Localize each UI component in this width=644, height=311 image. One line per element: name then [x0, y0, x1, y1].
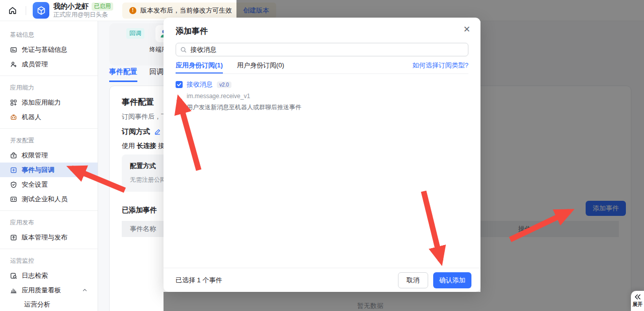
app-subtitle: 正式应用@明日头条 — [53, 11, 113, 19]
sidebar-item-label: 应用质量看板 — [22, 286, 61, 295]
robot-icon — [10, 114, 17, 121]
edit-pencil-icon[interactable] — [154, 128, 161, 135]
cube-icon — [36, 6, 46, 16]
sidebar: 基础信息凭证与基础信息成员管理应用能力添加应用能力机器人开发配置权限管理事件与回… — [0, 21, 98, 311]
sidebar-item-label: 成员管理 — [22, 60, 48, 69]
callback-tag: 回调 — [126, 28, 144, 39]
modal-mask-bottom — [164, 292, 480, 311]
app-status-badge: 已启用 — [92, 3, 113, 11]
subscribe-desc-bold: 长连接 — [137, 142, 158, 149]
sidebar-item-permission[interactable]: 权限管理 — [0, 148, 98, 163]
app-logo — [33, 2, 49, 19]
add-capability-icon — [10, 99, 17, 106]
event-name: 接收消息 — [187, 80, 213, 89]
sidebar-section: 应用能力添加应用能力机器人 — [0, 75, 98, 124]
sidebar-section-header: 基础信息 — [0, 28, 98, 42]
confirm-add-button[interactable]: 确认添加 — [433, 272, 471, 288]
banner-text: 版本发布后，当前修改方可生效 — [140, 6, 232, 15]
topbar-divider — [26, 6, 26, 15]
tab-user-subscription[interactable]: 用户身份订阅(0) — [237, 61, 284, 73]
check-icon — [177, 82, 182, 87]
modal-title: 添加事件 — [176, 26, 208, 37]
expand-panel-button[interactable]: 展开 — [631, 291, 644, 311]
sidebar-item-label: 添加应用能力 — [22, 98, 61, 107]
sidebar-section: 应用发布版本管理与发布 — [0, 210, 98, 245]
event-code: im.message.receive_v1 — [187, 93, 301, 100]
event-checkbox[interactable] — [176, 81, 183, 88]
sidebar-item-log-search[interactable]: 日志检索 — [0, 268, 98, 283]
sidebar-item-label: 机器人 — [22, 113, 41, 122]
sidebar-section: 基础信息凭证与基础信息成员管理 — [0, 27, 98, 71]
credential-icon — [10, 46, 17, 53]
event-search-input[interactable] — [190, 46, 464, 53]
tab-event-config[interactable]: 事件配置 — [109, 67, 137, 82]
event-version-badge: v2.0 — [217, 82, 231, 88]
event-list-item: 接收消息 v2.0 im.message.receive_v1 用户发送新消息至… — [176, 80, 301, 112]
sidebar-item-label: 安全设置 — [22, 180, 48, 189]
subscribe-mode-title: 订阅方式 — [122, 127, 161, 136]
sidebar-item-label: 事件与回调 — [22, 166, 54, 175]
event-description: 用户发送新消息至机器人或群聊后推送事件 — [187, 103, 301, 112]
tab-app-subscription[interactable]: 应用身份订阅(1) — [176, 61, 223, 73]
sidebar-section-header: 应用发布 — [0, 216, 98, 230]
home-button[interactable] — [6, 4, 19, 17]
security-icon — [10, 181, 17, 188]
sidebar-item-credential[interactable]: 凭证与基础信息 — [0, 42, 98, 57]
expand-label: 展开 — [632, 301, 642, 308]
added-events-title: 已添加事件 — [122, 206, 157, 215]
modal-tabs: 应用身份订阅(1) 用户身份订阅(0) 如何选择订阅类型? — [176, 61, 468, 74]
sidebar-section-header: 运营监控 — [0, 254, 98, 268]
modal-mask-right — [480, 21, 644, 311]
member-add-icon — [10, 61, 17, 68]
selected-count-text: 已选择 1 个事件 — [176, 276, 398, 285]
sidebar-item-label: 测试企业和人员 — [22, 195, 67, 204]
sidebar-item-label: 权限管理 — [22, 151, 48, 160]
alert-icon: ! — [129, 7, 136, 14]
double-chevron-left-icon — [634, 294, 641, 300]
sidebar-item-test-org[interactable]: 测试企业和人员 — [0, 192, 98, 206]
add-event-modal: 添加事件 ✕ 应用身份订阅(1) 用户身份订阅(0) 如何选择订阅类型? 接收消… — [164, 18, 480, 292]
sidebar-section: 运营监控日志检索应用质量看板运营分析用户反馈 — [0, 249, 98, 311]
event-search-box — [176, 43, 468, 56]
event-config-title: 事件配置 — [122, 97, 154, 108]
event-callback-icon — [10, 167, 17, 174]
sidebar-item-label: 凭证与基础信息 — [22, 45, 67, 54]
log-search-icon — [10, 272, 17, 279]
sidebar-item-label: 版本管理与发布 — [22, 233, 67, 242]
modal-footer: 已选择 1 个事件 取消 确认添加 — [164, 268, 480, 292]
sidebar-item-add-capability[interactable]: 添加应用能力 — [0, 95, 98, 110]
sidebar-subitem[interactable]: 运营分析 — [0, 297, 98, 311]
home-icon — [8, 6, 17, 15]
sidebar-section-header: 应用能力 — [0, 81, 98, 95]
chevron-up-icon[interactable] — [82, 287, 88, 294]
sidebar-section-header: 开发配置 — [0, 134, 98, 148]
sidebar-section: 开发配置权限管理事件与回调安全设置测试企业和人员 — [0, 128, 98, 206]
search-icon — [180, 46, 187, 53]
sidebar-item-security[interactable]: 安全设置 — [0, 177, 98, 192]
subscribe-mode-label: 订阅方式 — [122, 127, 150, 136]
app-name: 我的小龙虾 — [53, 2, 89, 11]
app-meta: 我的小龙虾 已启用 正式应用@明日头条 — [53, 2, 113, 19]
sidebar-item-quality-board[interactable]: 应用质量看板 — [0, 283, 98, 297]
cancel-button[interactable]: 取消 — [398, 272, 428, 288]
subscribe-desc-prefix: 使用 — [122, 142, 137, 149]
sidebar-item-event-callback[interactable]: 事件与回调 — [0, 163, 98, 177]
close-icon[interactable]: ✕ — [463, 25, 470, 34]
test-org-icon — [10, 196, 17, 203]
publish-icon — [10, 234, 17, 241]
quality-board-icon — [10, 287, 17, 294]
sidebar-item-member-add[interactable]: 成员管理 — [0, 57, 98, 71]
sidebar-item-robot[interactable]: 机器人 — [0, 110, 98, 124]
sidebar-item-label: 日志检索 — [22, 271, 48, 280]
subscription-help-link[interactable]: 如何选择订阅类型? — [413, 61, 468, 70]
sidebar-item-publish[interactable]: 版本管理与发布 — [0, 230, 98, 245]
permission-icon — [10, 152, 17, 159]
